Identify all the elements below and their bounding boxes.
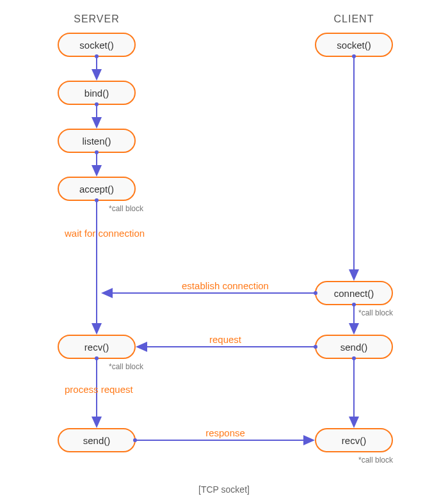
connect-call-block-note: *call block [358,308,394,317]
client-header: CLIENT [334,13,374,24]
server-accept-node: accept() [58,177,135,200]
arrow-request [137,345,317,349]
wait-for-connection-label: wait for connection [64,228,145,239]
server-socket-label: socket() [79,40,113,51]
arrow-client-connect-send [352,303,356,333]
client-recv-label: recv() [342,435,366,446]
arrow-accept-recv [95,198,99,333]
response-label: response [205,427,245,438]
accept-call-block-note: *call block [109,204,144,213]
server-bind-node: bind() [58,81,135,104]
client-recv-call-block-note: *call block [358,456,394,465]
arrow-client-socket-connect [352,54,356,280]
server-send-label: send() [83,435,111,446]
server-recv-label: recv() [84,342,109,353]
client-socket-label: socket() [337,40,371,51]
client-socket-node: socket() [316,33,392,56]
server-send-node: send() [58,429,135,452]
client-connect-node: connect() [316,282,392,305]
arrow-bind-listen [95,102,99,127]
diagram-caption: [TCP socket] [198,484,250,495]
server-bind-label: bind() [84,88,109,99]
server-header: SERVER [74,13,120,24]
server-recv-node: recv() [58,335,135,358]
arrow-client-send-recv [352,356,356,427]
establish-connection-label: establish connection [182,280,269,291]
client-connect-label: connect() [334,288,374,299]
arrow-socket-bind [95,54,99,79]
server-accept-label: accept() [79,184,114,195]
server-listen-node: listen() [58,129,135,152]
client-recv-node: recv() [316,429,392,452]
arrow-listen-accept [95,150,99,175]
server-socket-node: socket() [58,33,135,56]
client-send-label: send() [340,342,368,353]
tcp-socket-diagram: SERVER CLIENT socket() bind() listen() a… [0,0,448,501]
server-listen-label: listen() [82,136,111,147]
client-send-node: send() [316,335,392,358]
request-label: request [209,334,242,345]
arrow-response [133,438,314,442]
server-recv-call-block-note: *call block [109,362,144,371]
process-request-label: process request [65,384,134,395]
arrow-establish-connection [102,291,317,295]
